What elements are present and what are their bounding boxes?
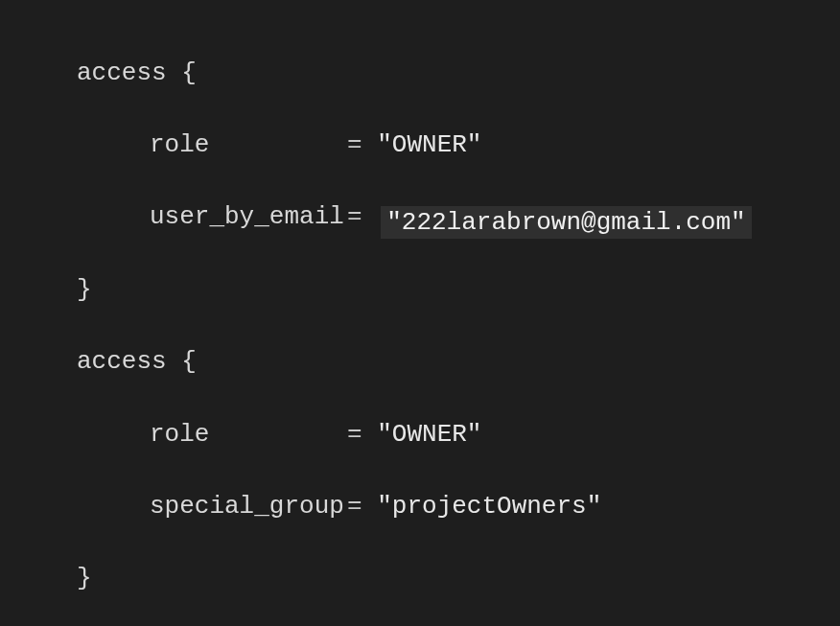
- equals-sign: =: [347, 492, 362, 521]
- code-line: user_by_email= "222larabrown@gmail.com": [0, 199, 840, 236]
- value-special-group: "projectOwners": [377, 492, 601, 521]
- code-line: access {: [0, 344, 840, 381]
- code-line: special_group= "projectOwners": [0, 489, 840, 525]
- key-special-group: special_group: [150, 489, 347, 525]
- equals-sign: =: [347, 202, 362, 231]
- code-line: role= "OWNER": [0, 417, 840, 453]
- close-brace: }: [77, 564, 92, 592]
- value-role: "OWNER": [377, 130, 481, 159]
- key-user-by-email: user_by_email: [150, 199, 347, 236]
- code-block: access { role= "OWNER" user_by_email= "2…: [0, 19, 840, 626]
- value-email-highlight: "222larabrown@gmail.com": [381, 206, 751, 239]
- access-open: access {: [77, 347, 197, 376]
- key-role: role: [150, 417, 347, 453]
- equals-sign: =: [347, 420, 362, 449]
- key-role: role: [150, 128, 347, 164]
- close-brace: }: [77, 275, 92, 304]
- code-line: access {: [0, 56, 840, 92]
- equals-sign: =: [347, 130, 362, 159]
- code-line: }: [0, 272, 840, 309]
- access-open: access {: [77, 58, 197, 87]
- code-line: }: [0, 561, 840, 597]
- code-line: role= "OWNER": [0, 128, 840, 164]
- value-role: "OWNER": [377, 420, 481, 449]
